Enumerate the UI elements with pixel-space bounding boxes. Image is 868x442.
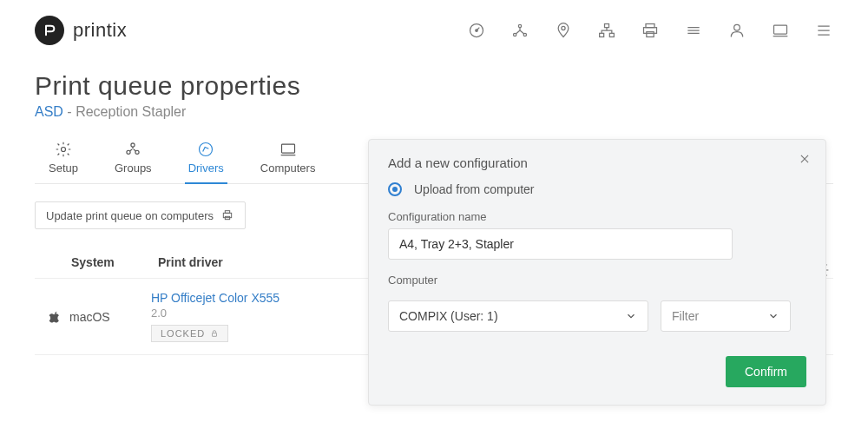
network-icon[interactable]	[597, 21, 616, 40]
svg-rect-6	[605, 24, 609, 28]
tab-groups-label: Groups	[115, 162, 152, 175]
tab-setup[interactable]: Setup	[49, 141, 78, 183]
close-icon[interactable]	[796, 150, 813, 168]
modal-title: Add a new configuration	[388, 155, 806, 170]
svg-point-12	[734, 24, 740, 30]
chevron-down-icon	[625, 310, 637, 322]
svg-rect-19	[281, 144, 294, 153]
filter-placeholder: Filter	[672, 309, 699, 323]
dashboard-icon[interactable]	[467, 21, 486, 40]
distribute-icon[interactable]	[510, 21, 529, 40]
driver-cell: HP Officejet Color X555 2.0 LOCKED	[151, 291, 370, 342]
chevron-down-icon	[767, 310, 779, 322]
radio-selected-icon	[388, 182, 402, 196]
tab-groups[interactable]: Groups	[115, 141, 152, 183]
svg-point-17	[135, 150, 139, 154]
page-heading: Print queue properties ASD - Reception S…	[0, 54, 868, 129]
svg-rect-21	[225, 211, 229, 214]
computer-select-value: COMPIX (User: 1)	[399, 309, 498, 323]
system-label: macOS	[69, 310, 110, 324]
computer-select[interactable]: COMPIX (User: 1)	[388, 300, 648, 332]
computer-label: Computer	[388, 274, 806, 287]
svg-rect-9	[646, 24, 654, 28]
update-queue-button[interactable]: Update print queue on computers	[35, 201, 246, 229]
printer-icon[interactable]	[641, 21, 660, 40]
logo-text: printix	[73, 19, 127, 42]
config-name-label: Configuration name	[388, 210, 806, 223]
svg-rect-10	[644, 28, 657, 34]
location-icon[interactable]	[554, 21, 573, 40]
locked-label: LOCKED	[161, 328, 205, 339]
driver-name[interactable]: HP Officejet Color X555	[151, 291, 370, 305]
logo[interactable]: printix	[35, 16, 127, 45]
page-title: Print queue properties	[35, 71, 833, 101]
apple-icon	[47, 309, 62, 325]
svg-point-14	[61, 148, 65, 152]
svg-point-16	[127, 150, 130, 154]
modal-actions: Confirm	[388, 356, 806, 387]
user-icon[interactable]	[727, 21, 746, 40]
breadcrumb-text: Reception Stapler	[76, 104, 186, 119]
computer-icon[interactable]	[771, 21, 790, 40]
locked-badge: LOCKED	[151, 325, 228, 342]
svg-point-18	[200, 143, 213, 156]
upload-option[interactable]: Upload from computer	[388, 182, 806, 196]
printer-small-icon	[220, 208, 234, 222]
svg-point-1	[476, 30, 478, 32]
svg-point-2	[518, 24, 521, 27]
tab-computers[interactable]: Computers	[260, 141, 316, 183]
svg-rect-24	[213, 333, 217, 337]
col-system: System	[47, 255, 151, 269]
breadcrumb-sep: -	[63, 104, 76, 119]
lock-icon	[210, 329, 219, 338]
tab-drivers[interactable]: Drivers	[188, 141, 224, 183]
update-queue-label: Update print queue on computers	[46, 209, 214, 222]
driver-version: 2.0	[151, 307, 370, 320]
tab-computers-label: Computers	[260, 162, 316, 175]
svg-point-5	[562, 26, 565, 30]
add-configuration-modal: Add a new configuration Upload from comp…	[368, 139, 826, 406]
queue-icon[interactable]	[684, 21, 703, 40]
upload-option-label: Upload from computer	[414, 182, 535, 196]
topbar: printix	[0, 0, 868, 54]
svg-rect-8	[609, 33, 614, 36]
topnav	[467, 21, 833, 40]
tab-drivers-label: Drivers	[188, 162, 224, 175]
svg-rect-7	[600, 33, 604, 36]
confirm-button[interactable]: Confirm	[726, 356, 806, 387]
menu-icon[interactable]	[814, 21, 833, 40]
system-cell: macOS	[47, 309, 151, 325]
filter-select[interactable]: Filter	[661, 300, 791, 332]
breadcrumb-link[interactable]: ASD	[35, 104, 63, 119]
svg-rect-20	[223, 213, 231, 217]
svg-rect-11	[647, 32, 654, 37]
logo-mark-icon	[35, 16, 64, 45]
breadcrumb: ASD - Reception Stapler	[35, 104, 833, 120]
tab-setup-label: Setup	[49, 162, 78, 175]
config-name-input[interactable]	[388, 228, 733, 260]
svg-rect-13	[774, 25, 787, 34]
svg-point-15	[131, 143, 135, 147]
